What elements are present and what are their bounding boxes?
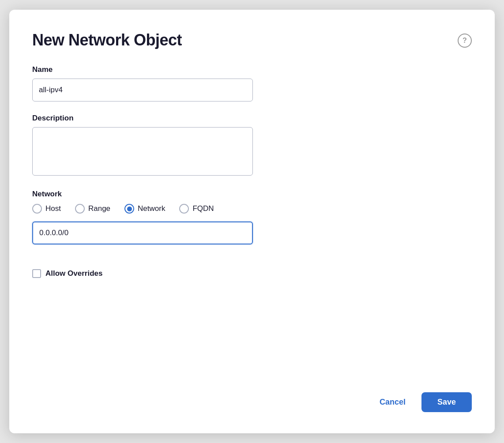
radio-range-label: Range: [88, 204, 110, 213]
cancel-button[interactable]: Cancel: [372, 393, 414, 411]
radio-option-network[interactable]: Network: [124, 204, 165, 214]
allow-overrides-checkbox[interactable]: [32, 269, 41, 278]
radio-option-fqdn[interactable]: FQDN: [179, 204, 214, 214]
radio-range[interactable]: [75, 204, 85, 214]
radio-network-label: Network: [138, 204, 165, 213]
dialog-header: New Network Object ?: [32, 31, 472, 49]
description-section: Description: [32, 114, 472, 177]
description-input[interactable]: [32, 127, 253, 176]
description-label: Description: [32, 114, 472, 123]
radio-fqdn-label: FQDN: [192, 204, 214, 213]
save-button[interactable]: Save: [421, 392, 472, 412]
radio-host-label: Host: [45, 204, 61, 213]
name-section: Name: [32, 65, 472, 101]
new-network-object-dialog: New Network Object ? Name Description Ne…: [9, 10, 495, 433]
radio-fqdn[interactable]: [179, 204, 189, 214]
radio-option-range[interactable]: Range: [75, 204, 110, 214]
help-icon[interactable]: ?: [458, 34, 472, 48]
radio-host[interactable]: [32, 204, 42, 214]
name-label: Name: [32, 65, 472, 74]
dialog-title: New Network Object: [32, 31, 182, 49]
network-label: Network: [32, 190, 472, 199]
network-section: Network Host Range Network FQDN: [32, 190, 472, 244]
network-type-radio-group: Host Range Network FQDN: [32, 204, 472, 214]
allow-overrides-section: Allow Overrides: [32, 269, 472, 278]
radio-network[interactable]: [124, 204, 134, 214]
allow-overrides-label: Allow Overrides: [45, 269, 102, 278]
radio-option-host[interactable]: Host: [32, 204, 61, 214]
network-value-input[interactable]: [32, 222, 253, 244]
name-input[interactable]: [32, 79, 253, 101]
dialog-footer: Cancel Save: [32, 366, 472, 412]
